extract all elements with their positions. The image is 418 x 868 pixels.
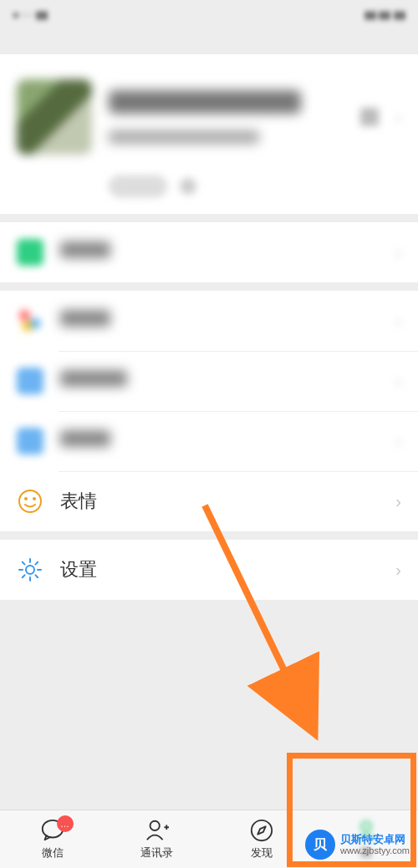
svg-point-16 <box>251 820 271 840</box>
watermark: 贝 贝斯特安卓网 www.zjbstyy.com <box>305 830 410 860</box>
tab-contacts[interactable]: 通讯录 <box>104 810 209 868</box>
cell-label <box>60 241 395 263</box>
chevron-right-icon: › <box>395 243 401 262</box>
cell-label: 设置 <box>60 557 395 582</box>
watermark-logo-icon: 贝 <box>305 830 335 860</box>
svg-point-1 <box>24 497 28 500</box>
svg-line-10 <box>23 575 25 577</box>
chevron-right-icon: › <box>395 561 401 580</box>
chevron-right-icon: › <box>395 492 401 511</box>
cell-pay[interactable]: › <box>0 222 418 282</box>
emoji-icon <box>17 488 43 515</box>
status-left: ● ◦ ◦ ▮▮ <box>13 8 48 21</box>
cell-favorites[interactable]: › <box>0 291 418 351</box>
tab-label: 微信 <box>42 845 64 860</box>
chevron-right-icon: › <box>395 312 401 331</box>
avatar[interactable] <box>17 79 92 155</box>
chevron-right-icon: › <box>395 432 401 451</box>
qr-icon[interactable] <box>360 108 379 126</box>
svg-line-11 <box>35 562 38 565</box>
tab-label: 通讯录 <box>140 845 173 860</box>
profile-section[interactable]: › <box>0 54 418 214</box>
contacts-icon <box>145 818 170 843</box>
moments-icon <box>17 368 43 394</box>
svg-line-8 <box>23 562 25 565</box>
status-right: ▮▮ ▮▮ ▮▮ <box>364 8 405 21</box>
gear-icon <box>17 556 43 583</box>
chevron-right-icon: › <box>395 108 401 127</box>
favorites-icon <box>17 307 43 334</box>
tab-label: 发现 <box>251 845 273 860</box>
svg-line-18 <box>205 505 309 723</box>
pay-icon <box>17 239 43 266</box>
watermark-brand: 贝斯特安卓网 <box>340 833 410 846</box>
profile-info <box>109 90 344 144</box>
cell-settings[interactable]: 设置 › <box>0 540 418 600</box>
svg-point-3 <box>26 566 34 574</box>
cell-group-settings: 设置 › <box>0 540 418 600</box>
cell-label <box>60 430 395 452</box>
cell-group-services: › <box>0 222 418 282</box>
watermark-url: www.zjbstyy.com <box>340 845 410 856</box>
svg-line-9 <box>35 575 38 577</box>
svg-point-0 <box>19 490 41 512</box>
tab-discover[interactable]: 发现 <box>209 810 314 868</box>
cell-emoji[interactable]: 表情 › <box>0 471 418 531</box>
cell-label <box>60 310 395 332</box>
cell-cards[interactable]: › <box>0 411 418 471</box>
profile-status-row[interactable] <box>109 175 401 197</box>
cell-label: 表情 <box>60 489 395 514</box>
svg-point-2 <box>33 497 36 500</box>
status-bar: ● ◦ ◦ ▮▮ ▮▮ ▮▮ ▮▮ <box>0 0 418 29</box>
cell-group-items: › › › 表情 › <box>0 291 418 531</box>
svg-point-13 <box>150 821 159 830</box>
unread-badge: … <box>57 815 74 832</box>
cell-moments[interactable]: › <box>0 351 418 411</box>
tab-chat[interactable]: … 微信 <box>0 810 104 868</box>
compass-icon <box>249 818 274 843</box>
cards-icon <box>17 428 43 454</box>
annotation-arrow <box>192 497 334 748</box>
chevron-right-icon: › <box>395 372 401 391</box>
cell-label <box>60 370 395 392</box>
profile-actions[interactable]: › <box>360 108 401 127</box>
